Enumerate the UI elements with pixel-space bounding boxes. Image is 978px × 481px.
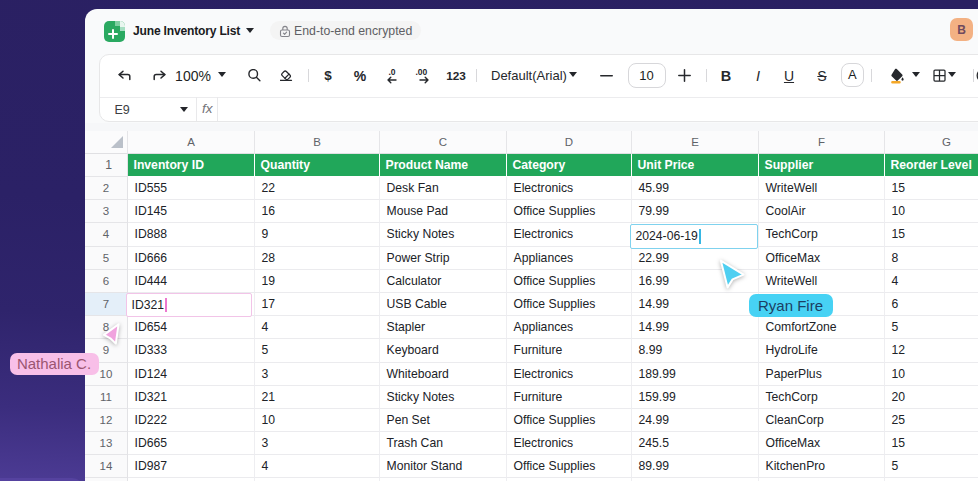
svg-text:.0: .0 — [388, 67, 395, 77]
svg-text:.00: .00 — [416, 67, 428, 77]
